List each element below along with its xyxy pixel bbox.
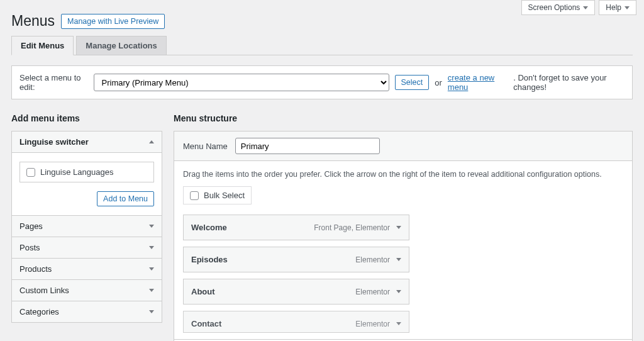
help-button[interactable]: Help	[599, 0, 636, 15]
menu-structure-heading: Menu structure	[174, 113, 633, 123]
menu-items-list: Welcome Front Page, Elementor Episodes E…	[183, 215, 409, 333]
caret-down-icon	[583, 6, 588, 9]
accordion-body-linguise: Linguise Languages Add to Menu	[12, 152, 162, 215]
select-menu-label: Select a menu to edit:	[19, 73, 88, 92]
caret-down-icon	[149, 310, 154, 313]
accordion-head-posts[interactable]: Posts	[12, 237, 162, 258]
linguise-item-label: Linguise Languages	[40, 167, 113, 177]
menu-item-title: Contact	[191, 319, 221, 328]
menu-name-label: Menu Name	[183, 142, 228, 151]
top-bar: Screen Options Help	[521, 0, 636, 15]
bulk-select-checkbox[interactable]	[190, 191, 199, 200]
menu-item-title: About	[191, 287, 215, 296]
menu-item-title: Episodes	[191, 255, 228, 264]
menu-item[interactable]: Contact Elementor	[183, 311, 409, 333]
accordion-head-pages[interactable]: Pages	[12, 215, 162, 237]
caret-down-icon	[149, 225, 154, 228]
tabs: Edit Menus Manage Locations	[11, 36, 633, 55]
caret-down-icon[interactable]	[396, 290, 401, 293]
bulk-select-label: Bulk Select	[204, 191, 245, 200]
accordion-label: Custom Links	[19, 286, 69, 295]
add-items-heading: Add menu items	[11, 113, 162, 123]
menu-panel: Menu Name Drag the items into the order …	[174, 131, 633, 341]
main-columns: Add menu items Linguise switcher Linguis…	[0, 99, 644, 341]
caret-down-icon	[625, 6, 630, 9]
add-to-menu-button[interactable]: Add to Menu	[97, 191, 154, 206]
caret-up-icon	[149, 140, 154, 143]
accordion: Linguise switcher Linguise Languages Add…	[11, 131, 162, 323]
accordion-head-products[interactable]: Products	[12, 258, 162, 279]
caret-down-icon[interactable]	[396, 322, 401, 325]
menu-select[interactable]: Primary (Primary Menu)	[94, 74, 389, 91]
tab-manage-locations[interactable]: Manage Locations	[76, 36, 166, 55]
menu-item-meta: Elementor	[355, 288, 401, 296]
menu-item-type: Elementor	[355, 320, 390, 328]
live-preview-button[interactable]: Manage with Live Preview	[61, 14, 165, 29]
select-button[interactable]: Select	[395, 75, 430, 90]
accordion-head-custom-links[interactable]: Custom Links	[12, 279, 162, 301]
menu-item[interactable]: Welcome Front Page, Elementor	[183, 215, 409, 240]
help-label: Help	[606, 3, 621, 12]
accordion-head-categories[interactable]: Categories	[12, 301, 162, 322]
menu-item-meta: Elementor	[355, 320, 401, 328]
accordion-label: Products	[19, 264, 52, 274]
drag-hint: Drag the items into the order you prefer…	[183, 170, 623, 179]
screen-options-button[interactable]: Screen Options	[521, 0, 596, 15]
menu-panel-body: Drag the items into the order you prefer…	[174, 161, 632, 339]
accordion-label: Categories	[19, 307, 59, 316]
accordion-label: Posts	[19, 243, 40, 252]
caret-down-icon	[149, 267, 154, 271]
menu-panel-header: Menu Name	[174, 131, 632, 161]
caret-down-icon	[149, 246, 154, 249]
add-menu-items-column: Add menu items Linguise switcher Linguis…	[11, 113, 162, 341]
menu-item-type: Front Page, Elementor	[314, 223, 390, 232]
menu-name-input[interactable]	[235, 138, 380, 154]
caret-down-icon[interactable]	[396, 258, 401, 261]
accordion-head-linguise[interactable]: Linguise switcher	[12, 131, 162, 152]
accordion-label: Linguise switcher	[19, 137, 89, 147]
linguise-checkbox[interactable]	[26, 168, 35, 177]
linguise-languages-item[interactable]: Linguise Languages	[19, 162, 154, 182]
menu-item[interactable]: Episodes Elementor	[183, 247, 409, 272]
accordion-label: Pages	[19, 221, 43, 231]
menu-item-meta: Front Page, Elementor	[314, 223, 401, 232]
menu-item[interactable]: About Elementor	[183, 279, 409, 305]
or-text: or	[435, 78, 442, 87]
menu-item-meta: Elementor	[355, 255, 401, 264]
create-new-menu-link[interactable]: create a new menu	[448, 73, 508, 92]
page-title: Menus	[11, 13, 55, 30]
bulk-select[interactable]: Bulk Select	[183, 186, 252, 204]
accordion-footer: Add to Menu	[19, 191, 154, 206]
tab-edit-menus[interactable]: Edit Menus	[11, 36, 74, 55]
caret-down-icon[interactable]	[396, 226, 401, 229]
caret-down-icon	[149, 289, 154, 292]
select-menu-bar: Select a menu to edit: Primary (Primary …	[11, 65, 633, 99]
select-suffix: . Don't forget to save your changes!	[513, 73, 625, 92]
menu-structure-column: Menu structure Menu Name Drag the items …	[174, 113, 633, 341]
menu-item-title: Welcome	[191, 223, 227, 232]
screen-options-label: Screen Options	[528, 3, 580, 12]
menu-item-type: Elementor	[355, 255, 390, 264]
menu-item-type: Elementor	[355, 288, 390, 296]
